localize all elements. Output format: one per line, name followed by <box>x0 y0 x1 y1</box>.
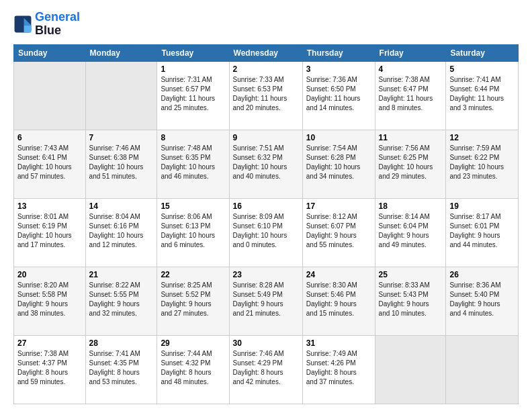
calendar-header-row: SundayMondayTuesdayWednesdayThursdayFrid… <box>14 44 519 61</box>
calendar-cell: 28Sunrise: 7:41 AM Sunset: 4:35 PM Dayli… <box>85 335 157 404</box>
day-info: Sunrise: 7:49 AM Sunset: 4:26 PM Dayligh… <box>306 349 371 387</box>
day-header-wednesday: Wednesday <box>229 44 302 61</box>
page: General Blue SundayMondayTuesdayWednesda… <box>0 0 532 411</box>
day-info: Sunrise: 8:22 AM Sunset: 5:55 PM Dayligh… <box>89 281 154 318</box>
calendar-cell <box>446 335 519 404</box>
calendar-week-row: 27Sunrise: 7:38 AM Sunset: 4:37 PM Dayli… <box>14 335 519 404</box>
day-number: 15 <box>161 201 225 211</box>
day-info: Sunrise: 7:48 AM Sunset: 6:35 PM Dayligh… <box>161 144 225 181</box>
calendar-cell: 31Sunrise: 7:49 AM Sunset: 4:26 PM Dayli… <box>302 335 375 404</box>
day-info: Sunrise: 7:31 AM Sunset: 6:57 PM Dayligh… <box>161 75 225 113</box>
calendar-cell: 1Sunrise: 7:31 AM Sunset: 6:57 PM Daylig… <box>157 61 229 130</box>
calendar-cell: 11Sunrise: 7:56 AM Sunset: 6:25 PM Dayli… <box>375 130 446 198</box>
day-number: 17 <box>306 201 371 211</box>
day-number: 5 <box>449 64 515 74</box>
day-info: Sunrise: 7:44 AM Sunset: 4:32 PM Dayligh… <box>161 349 225 387</box>
day-info: Sunrise: 7:46 AM Sunset: 6:38 PM Dayligh… <box>89 144 154 181</box>
calendar-cell <box>375 335 446 404</box>
calendar-cell: 20Sunrise: 8:20 AM Sunset: 5:58 PM Dayli… <box>14 267 86 335</box>
day-number: 1 <box>161 64 225 74</box>
calendar-cell: 19Sunrise: 8:17 AM Sunset: 6:01 PM Dayli… <box>446 198 519 267</box>
day-number: 10 <box>306 133 371 142</box>
day-info: Sunrise: 8:25 AM Sunset: 5:52 PM Dayligh… <box>161 281 225 318</box>
day-header-saturday: Saturday <box>446 44 519 61</box>
day-number: 26 <box>449 270 515 279</box>
day-info: Sunrise: 8:20 AM Sunset: 5:58 PM Dayligh… <box>17 281 82 318</box>
day-info: Sunrise: 7:41 AM Sunset: 4:35 PM Dayligh… <box>89 349 154 387</box>
calendar-cell: 21Sunrise: 8:22 AM Sunset: 5:55 PM Dayli… <box>85 267 157 335</box>
day-info: Sunrise: 7:51 AM Sunset: 6:32 PM Dayligh… <box>233 144 299 181</box>
calendar-cell: 3Sunrise: 7:36 AM Sunset: 6:50 PM Daylig… <box>302 61 375 130</box>
calendar-cell: 23Sunrise: 8:28 AM Sunset: 5:49 PM Dayli… <box>229 267 302 335</box>
day-number: 3 <box>306 64 371 74</box>
day-info: Sunrise: 7:33 AM Sunset: 6:53 PM Dayligh… <box>233 75 299 113</box>
day-info: Sunrise: 7:41 AM Sunset: 6:44 PM Dayligh… <box>449 75 515 113</box>
day-number: 22 <box>161 270 225 279</box>
calendar-cell: 5Sunrise: 7:41 AM Sunset: 6:44 PM Daylig… <box>446 61 519 130</box>
calendar-week-row: 6Sunrise: 7:43 AM Sunset: 6:41 PM Daylig… <box>14 130 519 198</box>
day-number: 27 <box>17 338 82 348</box>
calendar-cell: 4Sunrise: 7:38 AM Sunset: 6:47 PM Daylig… <box>375 61 446 130</box>
calendar-cell: 22Sunrise: 8:25 AM Sunset: 5:52 PM Dayli… <box>157 267 229 335</box>
logo-text: General Blue <box>35 11 80 38</box>
day-info: Sunrise: 8:30 AM Sunset: 5:46 PM Dayligh… <box>306 281 371 318</box>
day-number: 19 <box>449 201 515 211</box>
calendar-cell: 15Sunrise: 8:06 AM Sunset: 6:13 PM Dayli… <box>157 198 229 267</box>
day-info: Sunrise: 7:59 AM Sunset: 6:22 PM Dayligh… <box>449 144 515 181</box>
day-number: 14 <box>89 201 154 211</box>
day-header-thursday: Thursday <box>302 44 375 61</box>
day-number: 8 <box>161 133 225 142</box>
day-number: 25 <box>379 270 443 279</box>
day-number: 6 <box>17 133 82 142</box>
calendar-cell: 8Sunrise: 7:48 AM Sunset: 6:35 PM Daylig… <box>157 130 229 198</box>
calendar-cell <box>14 61 86 130</box>
day-info: Sunrise: 8:36 AM Sunset: 5:40 PM Dayligh… <box>449 281 515 318</box>
calendar-cell: 6Sunrise: 7:43 AM Sunset: 6:41 PM Daylig… <box>14 130 86 198</box>
calendar-week-row: 13Sunrise: 8:01 AM Sunset: 6:19 PM Dayli… <box>14 198 519 267</box>
calendar-cell: 26Sunrise: 8:36 AM Sunset: 5:40 PM Dayli… <box>446 267 519 335</box>
day-number: 29 <box>161 338 225 348</box>
day-info: Sunrise: 7:56 AM Sunset: 6:25 PM Dayligh… <box>379 144 443 181</box>
calendar-cell: 17Sunrise: 8:12 AM Sunset: 6:07 PM Dayli… <box>302 198 375 267</box>
day-info: Sunrise: 7:43 AM Sunset: 6:41 PM Dayligh… <box>17 144 82 181</box>
calendar-cell: 30Sunrise: 7:46 AM Sunset: 4:29 PM Dayli… <box>229 335 302 404</box>
day-header-friday: Friday <box>375 44 446 61</box>
calendar-cell: 14Sunrise: 8:04 AM Sunset: 6:16 PM Dayli… <box>85 198 157 267</box>
calendar-cell: 29Sunrise: 7:44 AM Sunset: 4:32 PM Dayli… <box>157 335 229 404</box>
day-header-sunday: Sunday <box>14 44 86 61</box>
svg-marker-2 <box>24 25 32 32</box>
calendar-table: SundayMondayTuesdayWednesdayThursdayFrid… <box>13 44 519 404</box>
day-info: Sunrise: 8:33 AM Sunset: 5:43 PM Dayligh… <box>379 281 443 318</box>
calendar-cell: 2Sunrise: 7:33 AM Sunset: 6:53 PM Daylig… <box>229 61 302 130</box>
day-number: 18 <box>379 201 443 211</box>
day-number: 9 <box>233 133 299 142</box>
day-info: Sunrise: 7:54 AM Sunset: 6:28 PM Dayligh… <box>306 144 371 181</box>
calendar-cell: 16Sunrise: 8:09 AM Sunset: 6:10 PM Dayli… <box>229 198 302 267</box>
calendar-cell: 10Sunrise: 7:54 AM Sunset: 6:28 PM Dayli… <box>302 130 375 198</box>
calendar-cell: 24Sunrise: 8:30 AM Sunset: 5:46 PM Dayli… <box>302 267 375 335</box>
day-info: Sunrise: 7:46 AM Sunset: 4:29 PM Dayligh… <box>233 349 299 387</box>
logo-icon <box>13 15 32 34</box>
day-info: Sunrise: 8:12 AM Sunset: 6:07 PM Dayligh… <box>306 212 371 250</box>
calendar-cell: 18Sunrise: 8:14 AM Sunset: 6:04 PM Dayli… <box>375 198 446 267</box>
day-info: Sunrise: 7:38 AM Sunset: 6:47 PM Dayligh… <box>379 75 443 113</box>
day-info: Sunrise: 8:04 AM Sunset: 6:16 PM Dayligh… <box>89 212 154 250</box>
day-number: 2 <box>233 64 299 74</box>
day-info: Sunrise: 7:36 AM Sunset: 6:50 PM Dayligh… <box>306 75 371 113</box>
day-number: 7 <box>89 133 154 142</box>
header: General Blue <box>13 11 519 38</box>
day-info: Sunrise: 7:38 AM Sunset: 4:37 PM Dayligh… <box>17 349 82 387</box>
day-number: 28 <box>89 338 154 348</box>
day-info: Sunrise: 8:06 AM Sunset: 6:13 PM Dayligh… <box>161 212 225 250</box>
day-number: 31 <box>306 338 371 348</box>
day-info: Sunrise: 8:14 AM Sunset: 6:04 PM Dayligh… <box>379 212 443 250</box>
calendar-cell: 25Sunrise: 8:33 AM Sunset: 5:43 PM Dayli… <box>375 267 446 335</box>
day-info: Sunrise: 8:09 AM Sunset: 6:10 PM Dayligh… <box>233 212 299 250</box>
calendar-week-row: 1Sunrise: 7:31 AM Sunset: 6:57 PM Daylig… <box>14 61 519 130</box>
day-number: 16 <box>233 201 299 211</box>
day-header-monday: Monday <box>85 44 157 61</box>
day-number: 13 <box>17 201 82 211</box>
day-info: Sunrise: 8:17 AM Sunset: 6:01 PM Dayligh… <box>449 212 515 250</box>
calendar-cell: 7Sunrise: 7:46 AM Sunset: 6:38 PM Daylig… <box>85 130 157 198</box>
calendar-cell: 13Sunrise: 8:01 AM Sunset: 6:19 PM Dayli… <box>14 198 86 267</box>
